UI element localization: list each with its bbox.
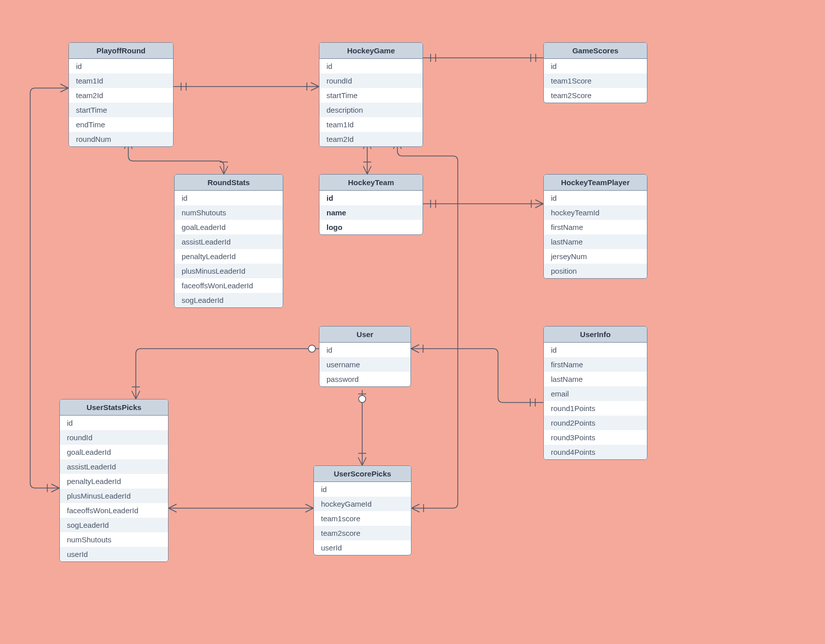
entity-field: plusMinusLeaderId (60, 489, 168, 503)
entity-field: userId (60, 547, 168, 561)
entity-field: penaltyLeaderId (175, 249, 283, 264)
entity-field: roundId (60, 430, 168, 445)
entity-userinfo: UserInfo id firstName lastName email rou… (543, 326, 647, 460)
entity-title: HockeyTeam (319, 175, 423, 191)
entity-title: GameScores (544, 43, 647, 59)
entity-field: id (319, 191, 423, 205)
entity-field: numShutouts (175, 205, 283, 220)
entity-field: team1score (314, 511, 411, 526)
entity-field: id (544, 59, 647, 73)
entity-field: logo (319, 220, 423, 234)
entity-title: UserInfo (544, 327, 647, 343)
entity-field: assistLeaderId (175, 234, 283, 249)
entity-field: team2Id (69, 88, 173, 103)
entity-field: faceoffsWonLeaderId (60, 503, 168, 518)
entity-userstatspicks: UserStatsPicks id roundId goalLeaderId a… (59, 399, 169, 562)
svg-point-24 (359, 395, 366, 403)
entity-field: username (319, 357, 410, 372)
entity-field: id (544, 343, 647, 357)
entity-field: roundId (319, 73, 423, 88)
entity-field: team2Id (319, 132, 423, 146)
entity-title: HockeyGame (319, 43, 423, 59)
entity-field: goalLeaderId (175, 220, 283, 234)
entity-field: startTime (69, 103, 173, 117)
entity-playoffround: PlayoffRound id team1Id team2Id startTim… (68, 42, 174, 147)
entity-field: lastName (544, 234, 647, 249)
entity-field: team1Score (544, 73, 647, 88)
entity-field: firstName (544, 357, 647, 372)
entity-field: hockeyTeamId (544, 205, 647, 220)
entity-field: id (319, 343, 410, 357)
entity-field: userId (314, 540, 411, 555)
entity-field: round1Points (544, 401, 647, 416)
entity-field: password (319, 372, 410, 386)
entity-field: assistLeaderId (60, 459, 168, 474)
entity-field: jerseyNum (544, 249, 647, 264)
entity-field: sogLeaderId (60, 518, 168, 532)
entity-field: lastName (544, 372, 647, 386)
entity-field: id (319, 59, 423, 73)
entity-userscorepicks: UserScorePicks id hockeyGameId team1scor… (313, 465, 411, 555)
entity-field: email (544, 386, 647, 401)
entity-field: team2Score (544, 88, 647, 103)
entity-field: position (544, 264, 647, 278)
entity-title: RoundStats (175, 175, 283, 191)
entity-user: User id username password (319, 326, 411, 387)
svg-point-18 (308, 345, 315, 352)
entity-field: plusMinusLeaderId (175, 264, 283, 278)
entity-field: round2Points (544, 416, 647, 430)
entity-field: faceoffsWonLeaderId (175, 278, 283, 293)
entity-field: penaltyLeaderId (60, 474, 168, 489)
entity-field: id (60, 416, 168, 430)
entity-field: round3Points (544, 430, 647, 445)
entity-gamescores: GameScores id team1Score team2Score (543, 42, 647, 103)
entity-roundstats: RoundStats id numShutouts goalLeaderId a… (174, 174, 283, 308)
entity-field: description (319, 103, 423, 117)
entity-field: id (175, 191, 283, 205)
entity-field: id (544, 191, 647, 205)
entity-field: id (69, 59, 173, 73)
entity-hockeyteam: HockeyTeam id name logo (319, 174, 423, 235)
entity-title: PlayoffRound (69, 43, 173, 59)
entity-field: team2score (314, 526, 411, 540)
entity-title: UserScorePicks (314, 466, 411, 482)
entity-field: team1Id (69, 73, 173, 88)
entity-field: firstName (544, 220, 647, 234)
entity-field: roundNum (69, 132, 173, 146)
entity-title: HockeyTeamPlayer (544, 175, 647, 191)
entity-field: round4Points (544, 445, 647, 459)
entity-field: numShutouts (60, 532, 168, 547)
entity-field: id (314, 482, 411, 497)
entity-title: User (319, 327, 410, 343)
entity-field: startTime (319, 88, 423, 103)
entity-title: UserStatsPicks (60, 399, 168, 416)
entity-hockeygame: HockeyGame id roundId startTime descript… (319, 42, 423, 147)
entity-field: team1Id (319, 117, 423, 132)
entity-hockeyteamplayer: HockeyTeamPlayer id hockeyTeamId firstNa… (543, 174, 647, 279)
entity-field: sogLeaderId (175, 293, 283, 307)
entity-field: goalLeaderId (60, 445, 168, 459)
entity-field: hockeyGameId (314, 497, 411, 511)
entity-field: name (319, 205, 423, 220)
entity-field: endTime (69, 117, 173, 132)
